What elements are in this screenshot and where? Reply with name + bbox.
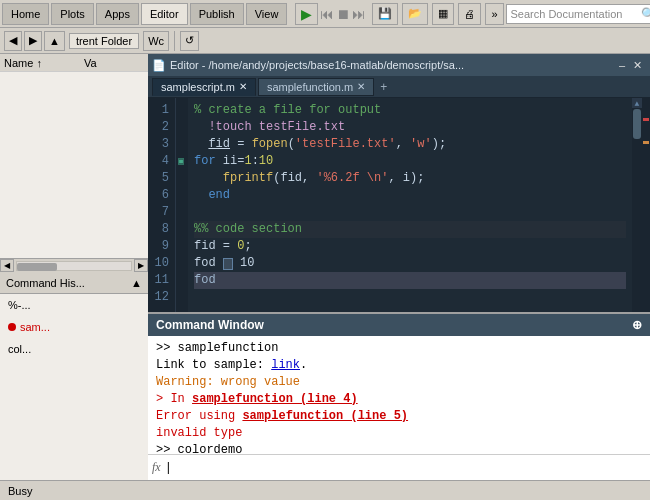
cmd-input-row: fx | [148, 454, 650, 480]
code-line-10: fod 10 [194, 255, 626, 272]
up-button[interactable]: ▲ [44, 31, 65, 51]
cmd-line-5: invalid type [156, 425, 642, 442]
right-indicators [642, 98, 650, 312]
open-btn[interactable]: 📂 [402, 3, 428, 25]
error-dot-icon [8, 323, 16, 331]
stop-icon[interactable]: ⏹ [336, 6, 350, 22]
tab-home[interactable]: Home [2, 3, 49, 25]
scroll-up-btn[interactable]: ▲ [632, 98, 642, 108]
value-column-header: Va [84, 57, 124, 69]
code-line-4: for ii=1:10 [194, 153, 626, 170]
history-item-1[interactable]: sam... [0, 316, 148, 338]
name-column-header: Name ↑ [4, 57, 84, 69]
vertical-scrollbar[interactable]: ▲ [632, 98, 642, 312]
left-scrollbar: ◀ ▶ [0, 258, 148, 272]
warning-indicator [643, 141, 649, 144]
cmd-window-title: Command Window [156, 318, 632, 332]
code-area[interactable]: 1 2 3 4 5 6 7 8 9 10 11 12 [148, 98, 650, 312]
new-tab-btn[interactable]: + [376, 80, 391, 94]
workspace-area [0, 72, 148, 258]
code-line-3: fid = fopen('testFile.txt', 'w'); [194, 136, 626, 153]
run-icon: ▶ [301, 6, 312, 22]
cmd-titlebar: Command Window ⊕ [148, 314, 650, 336]
fx-icon: fx [152, 460, 161, 475]
nav-toolbar: ◀ ▶ ▲ trent Folder Wc ↺ [0, 28, 650, 54]
code-line-6: end [194, 187, 626, 204]
search-input[interactable] [511, 8, 641, 20]
sample-link[interactable]: link [271, 358, 300, 372]
next-icon[interactable]: ⏭ [352, 6, 366, 22]
code-content[interactable]: % create a file for output !touch testFi… [188, 98, 632, 312]
code-line-7 [194, 204, 626, 221]
compare-btn[interactable]: ▦ [432, 3, 454, 25]
save-btn[interactable]: 💾 [372, 3, 398, 25]
cmd-input[interactable] [174, 461, 646, 475]
scroll-left-btn[interactable]: ◀ [0, 259, 14, 272]
tab-close-0[interactable]: ✕ [239, 81, 247, 92]
cmd-history-title: Command His... [6, 277, 85, 289]
run-button[interactable]: ▶ [295, 3, 318, 25]
app-layout: Home Plots Apps Editor Publish View ▶ ⏮ … [0, 0, 650, 500]
code-line-1: % create a file for output [194, 102, 626, 119]
tab-plots[interactable]: Plots [51, 3, 93, 25]
fold-marker[interactable]: ▣ [178, 153, 184, 170]
line-markers: ▣ | [176, 98, 188, 312]
back-button[interactable]: ◀ [4, 31, 22, 51]
prev-icon[interactable]: ⏮ [320, 6, 334, 22]
more-btn[interactable]: » [485, 3, 503, 25]
tab-publish[interactable]: Publish [190, 3, 244, 25]
code-line-9: fid = 0; [194, 238, 626, 255]
tab-editor[interactable]: Editor [141, 3, 188, 25]
sort-arrow-icon: ↑ [36, 57, 42, 69]
editor-close-btn[interactable]: ✕ [629, 59, 646, 72]
content-area: Name ↑ Va ◀ ▶ Command His... ▲ [0, 54, 650, 480]
cmd-output: >> samplefunction Link to sample: link. … [148, 336, 650, 454]
cmd-line-6: >> colordemo [156, 442, 642, 454]
tab-view[interactable]: View [246, 3, 288, 25]
error-link-2[interactable]: samplefunction (line 5) [242, 409, 408, 423]
cmd-expand-btn[interactable]: ⊕ [632, 318, 642, 332]
cmd-history-toggle[interactable]: ▲ [131, 277, 142, 289]
status-text: Busy [8, 485, 32, 497]
code-line-11: fod [194, 272, 626, 289]
command-window: Command Window ⊕ >> samplefunction Link … [148, 312, 650, 480]
scroll-thumb[interactable] [17, 263, 57, 271]
code-line-5: fprintf(fid, '%6.2f \n', i); [194, 170, 626, 187]
editor-tab-1[interactable]: samplefunction.m ✕ [258, 78, 374, 96]
search-icon[interactable]: 🔍 [641, 7, 651, 21]
statusbar: Busy [0, 480, 650, 500]
left-panel: Name ↑ Va ◀ ▶ Command His... ▲ [0, 54, 148, 480]
scroll-thumb[interactable] [633, 109, 641, 139]
editor-titlebar: 📄 Editor - /home/andy/projects/base16-ma… [148, 54, 650, 76]
tab-close-1[interactable]: ✕ [357, 81, 365, 92]
file-list-header: Name ↑ Va [0, 54, 148, 72]
cmd-history-header: Command His... ▲ [0, 272, 148, 294]
current-folder-label: trent Folder [69, 33, 139, 49]
code-line-8: %% code section [194, 221, 626, 238]
cmd-history-list: %-... sam... col... [0, 294, 148, 480]
editor-tabs-bar: samplescript.m ✕ samplefunction.m ✕ + [148, 76, 650, 98]
cmd-line-3: > In samplefunction (line 4) [156, 391, 642, 408]
code-line-12 [194, 289, 626, 306]
editor-tab-0[interactable]: samplescript.m ✕ [152, 78, 256, 96]
browse-button[interactable]: Wc [143, 31, 169, 51]
cmd-line-0: >> samplefunction [156, 340, 642, 357]
search-box: 🔍 [506, 4, 651, 24]
editor-minimize-btn[interactable]: – [615, 59, 629, 71]
nav-sep [174, 31, 175, 51]
cmd-line-1: Link to sample: link. [156, 357, 642, 374]
forward-button[interactable]: ▶ [24, 31, 42, 51]
print-btn[interactable]: 🖨 [458, 3, 481, 25]
scroll-right-btn[interactable]: ▶ [134, 259, 148, 272]
error-link-1[interactable]: samplefunction (line 4) [192, 392, 358, 406]
section-controls: 💾 📂 ▦ 🖨 » [372, 3, 505, 25]
scroll-track [16, 261, 132, 271]
refresh-btn[interactable]: ↺ [180, 31, 199, 51]
tab-apps[interactable]: Apps [96, 3, 139, 25]
cmd-cursor-indicator: | [165, 461, 172, 475]
history-item-0[interactable]: %-... [0, 294, 148, 316]
code-line-2: !touch testFile.txt [194, 119, 626, 136]
cursor-marker [223, 258, 233, 270]
editor-icon: 📄 [152, 59, 166, 72]
history-item-2[interactable]: col... [0, 338, 148, 360]
